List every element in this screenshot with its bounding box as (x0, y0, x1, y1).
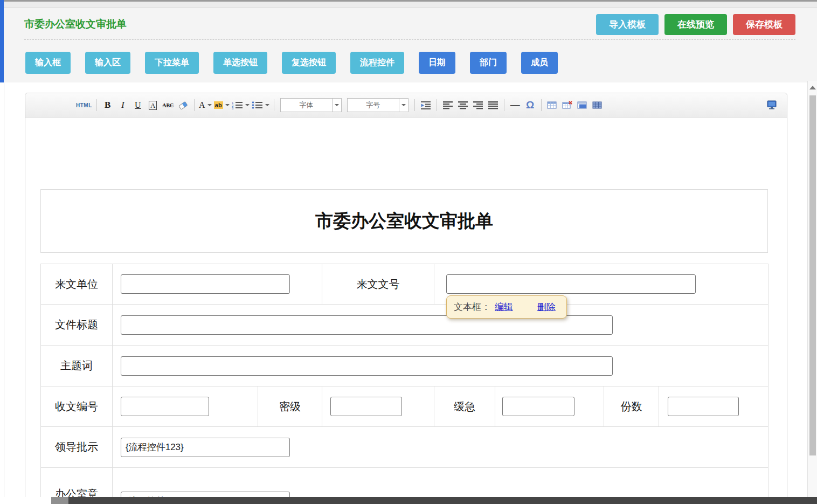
edit-widget-link[interactable]: 编辑 (495, 301, 513, 313)
cell-properties-icon[interactable] (591, 98, 604, 112)
scrollbar-thumb[interactable] (809, 95, 816, 455)
form-table: 来文单位 来文文号 文件标题 主题词 收文编号 密级 缓急 份数 (40, 264, 768, 504)
toolbar-separator (414, 99, 415, 111)
delete-widget-link[interactable]: 删除 (537, 301, 556, 313)
field-label: 来文单位 (41, 264, 113, 305)
field-label: 缓急 (434, 386, 495, 427)
widget-button-row: 输入框 输入区 下拉菜单 单选按钮 复选按钮 流程控件 日期 部门 成员 (25, 52, 558, 74)
align-right-icon[interactable] (472, 98, 484, 112)
editor-document[interactable]: 市委办公室收文审批单 来文单位 来文文号 文件标题 主题词 收文编 (25, 118, 787, 504)
widget-context-tooltip: 文本框： 编辑 删除 (446, 295, 567, 319)
align-left-icon[interactable] (441, 98, 454, 112)
scrollbar-up-arrow-icon[interactable] (809, 86, 816, 89)
browser-left-strip (0, 0, 4, 82)
widget-input-box-button[interactable]: 输入框 (25, 52, 71, 74)
toolbar-separator (194, 99, 195, 111)
urgency-input[interactable] (502, 397, 574, 416)
widget-input-area-button[interactable]: 输入区 (85, 52, 130, 74)
svg-text:3: 3 (232, 107, 234, 109)
save-template-button[interactable]: 保存模板 (733, 14, 795, 35)
subject-words-input[interactable] (121, 356, 613, 376)
highlight-color-icon[interactable]: ab (214, 98, 230, 112)
insert-table-icon[interactable] (546, 98, 559, 112)
leader-instructions-input[interactable] (121, 438, 290, 457)
outline-text-icon[interactable]: A (149, 101, 157, 110)
scrollbar[interactable] (807, 81, 817, 504)
font-size-caret-icon[interactable] (399, 99, 408, 112)
delete-table-icon[interactable] (561, 98, 574, 112)
widget-dropdown-menu-button[interactable]: 下拉菜单 (145, 52, 199, 74)
incoming-doc-number-input[interactable] (446, 274, 696, 294)
font-color-icon[interactable]: A (199, 98, 212, 112)
online-preview-button[interactable]: 在线预览 (664, 14, 727, 35)
special-character-icon[interactable]: Ω (524, 98, 537, 112)
bold-icon[interactable]: B (101, 98, 114, 112)
widget-date-button[interactable]: 日期 (419, 52, 455, 74)
form-title-box: 市委办公室收文审批单 (40, 189, 768, 253)
underline-icon[interactable]: U (131, 98, 144, 112)
action-buttons: 导入模板 在线预览 保存模板 (596, 14, 795, 35)
left-border-line (4, 82, 4, 497)
font-family-caret-icon[interactable] (332, 99, 341, 112)
table-row: 领导批示 (41, 427, 768, 468)
copies-input[interactable] (668, 397, 739, 416)
table-properties-icon[interactable] (576, 98, 589, 112)
field-label: 收文编号 (41, 386, 113, 427)
toolbar-separator (504, 99, 504, 111)
field-label: 领导批示 (41, 427, 113, 468)
form-title: 市委办公室收文审批单 (315, 209, 493, 233)
dashed-separator (24, 39, 795, 40)
font-family-value: 字体 (281, 99, 332, 112)
font-size-value: 字号 (348, 99, 399, 112)
field-label: 密级 (258, 386, 322, 427)
fullscreen-icon[interactable] (765, 98, 778, 112)
field-label: 份数 (604, 386, 659, 427)
field-label: 来文文号 (322, 264, 434, 305)
rich-text-editor: HTML B I U A ABC A ab 123 字体 字号 (25, 93, 787, 504)
window-top-edge (0, 0, 817, 8)
widget-flow-control-button[interactable]: 流程控件 (350, 52, 404, 74)
strikethrough-icon[interactable]: ABC (162, 98, 175, 112)
bottom-edge-gray-segment (51, 497, 68, 504)
page-title: 市委办公室收文审批单 (24, 17, 127, 31)
toolbar-separator (96, 99, 97, 111)
align-justify-icon[interactable] (487, 98, 500, 112)
widget-department-button[interactable]: 部门 (470, 52, 507, 74)
font-family-select[interactable]: 字体 (280, 98, 342, 112)
table-row: 来文单位 来文文号 (41, 264, 768, 305)
tooltip-label: 文本框： (454, 301, 490, 313)
table-row: 文件标题 (41, 305, 768, 346)
field-label: 文件标题 (41, 305, 113, 346)
receipt-number-input[interactable] (121, 397, 209, 416)
toolbar-separator (541, 99, 542, 111)
italic-icon[interactable]: I (116, 98, 129, 112)
widget-radio-button-button[interactable]: 单选按钮 (213, 52, 267, 74)
secrecy-level-input[interactable] (330, 397, 402, 416)
widget-checkbox-button-button[interactable]: 复选按钮 (282, 52, 336, 74)
table-row: 主题词 (41, 346, 768, 386)
table-row: 收文编号 密级 缓急 份数 (41, 386, 768, 427)
field-label: 主题词 (41, 346, 113, 386)
toolbar-separator (437, 99, 437, 111)
toolbar-separator (274, 99, 274, 111)
widget-member-button[interactable]: 成员 (521, 52, 558, 74)
bottom-edge-dark-segment (68, 497, 817, 504)
font-size-select[interactable]: 字号 (347, 98, 408, 112)
horizontal-rule-icon[interactable]: — (509, 98, 522, 112)
align-center-icon[interactable] (456, 98, 469, 112)
unordered-list-icon[interactable] (252, 98, 269, 112)
eraser-icon[interactable] (177, 98, 190, 112)
window-bottom-edge (0, 497, 817, 504)
editor-toolbar: HTML B I U A ABC A ab 123 字体 字号 (25, 93, 787, 118)
indent-icon[interactable] (419, 98, 432, 112)
incoming-unit-input[interactable] (121, 274, 290, 294)
page-header: 市委办公室收文审批单 导入模板 在线预览 保存模板 输入框 输入区 下拉菜单 单… (4, 8, 817, 82)
html-source-icon[interactable]: HTML (76, 98, 92, 112)
import-template-button[interactable]: 导入模板 (596, 14, 659, 35)
ordered-list-icon[interactable]: 123 (232, 98, 250, 112)
